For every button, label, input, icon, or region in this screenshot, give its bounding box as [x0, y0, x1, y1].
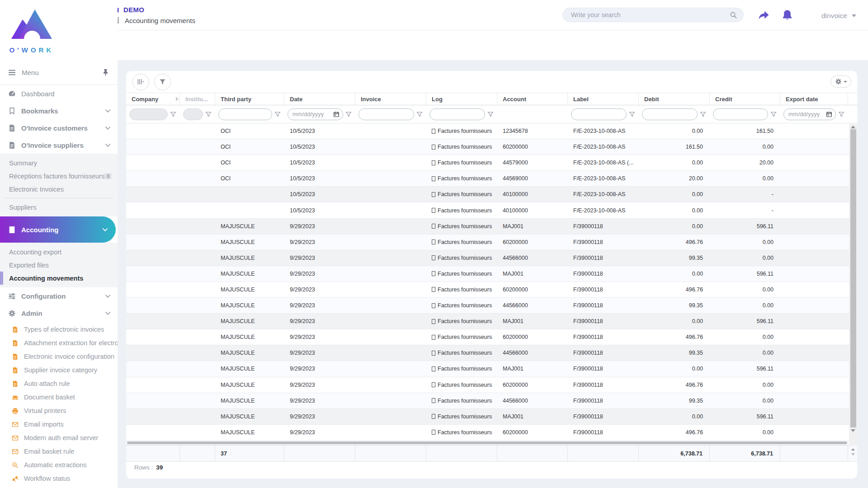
submenu-item-modern-auth-email-server[interactable]: Modern auth email server — [0, 431, 118, 445]
table-row[interactable]: 10/5/2023Factures fournisseurs40100000F/… — [126, 187, 857, 202]
filter-funnel-icon[interactable] — [770, 111, 777, 117]
column-header-invoice[interactable]: Invoice — [355, 93, 426, 105]
column-header-export-date[interactable]: Export date — [780, 93, 848, 105]
submenu-item-auto-attach-rule[interactable]: Auto attach rule — [0, 377, 118, 390]
column-header-company[interactable]: Company — [126, 93, 180, 105]
filter-funnel-icon[interactable] — [700, 111, 706, 117]
table-row[interactable]: OCI10/5/2023Factures fournisseurs6020000… — [126, 139, 857, 155]
user-menu[interactable]: dinvoice — [821, 12, 856, 20]
columns-button[interactable] — [132, 74, 149, 90]
submenu-item-types-of-electronic-invoices[interactable]: Types of electronic invoices — [0, 323, 118, 336]
scroll-down-arrow-icon[interactable] — [851, 453, 855, 455]
table-row[interactable]: MAJUSCULE9/29/2023Factures fournisseursM… — [126, 314, 857, 329]
table-row[interactable]: MAJUSCULE9/29/2023Factures fournisseursM… — [126, 266, 857, 282]
table-row[interactable]: MAJUSCULE9/29/2023Factures fournisseursM… — [126, 219, 857, 235]
filter-input-credit[interactable] — [713, 108, 768, 120]
calendar-icon[interactable] — [333, 111, 340, 117]
submenu-item-automatic-extractions[interactable]: Automatic extractions — [0, 458, 118, 472]
column-header-institution[interactable]: Institu... — [180, 93, 215, 105]
cell-date: 10/5/2023 — [284, 139, 355, 155]
submenu-item-attachment-extraction-for-electroni[interactable]: Attachment extraction for electroni — [0, 336, 118, 350]
sidebar-item-accounting[interactable]: Accounting — [0, 216, 116, 243]
hamburger-icon[interactable] — [8, 69, 16, 76]
table-row[interactable]: MAJUSCULE9/29/2023Factures fournisseursM… — [126, 361, 857, 377]
column-header-credit[interactable]: Credit — [710, 93, 780, 105]
filter-funnel-icon[interactable] — [629, 111, 635, 117]
column-header-account[interactable]: Account — [497, 93, 568, 105]
column-header-label[interactable]: Label — [568, 93, 639, 105]
filter-funnel-icon[interactable] — [274, 111, 281, 117]
grid-settings-button[interactable] — [830, 75, 851, 88]
filter-funnel-icon[interactable] — [170, 111, 176, 117]
bookmark-icon — [8, 107, 16, 115]
submenu-item-r-ceptions-factures-fournisseurs[interactable]: Réceptions factures fournisseurs0 — [0, 169, 118, 183]
filter-input-invoice[interactable] — [359, 108, 414, 120]
table-row[interactable]: 10/5/2023Factures fournisseurs40100000F/… — [126, 202, 857, 218]
table-row[interactable]: MAJUSCULE9/29/2023Factures fournisseurs4… — [126, 393, 857, 409]
filter-funnel-icon[interactable] — [345, 111, 352, 117]
chevron-right-icon[interactable] — [176, 97, 179, 101]
sidebar-item-bookmarks[interactable]: Bookmarks — [0, 102, 118, 119]
submenu-item-email-basket-rule[interactable]: Email basket rule — [0, 445, 118, 458]
horizontal-scrollbar[interactable] — [126, 441, 857, 445]
calendar-icon[interactable] — [826, 111, 832, 117]
cell-export-date — [780, 187, 848, 202]
filter-funnel-icon[interactable] — [205, 111, 212, 117]
submenu-item-email-imports[interactable]: Email imports — [0, 418, 118, 431]
table-row[interactable]: MAJUSCULE9/29/2023Factures fournisseurs6… — [126, 282, 857, 298]
horizontal-scrollbar-thumb[interactable] — [127, 441, 847, 444]
scroll-down-arrow-icon[interactable] — [851, 429, 855, 432]
search-icon[interactable] — [730, 11, 737, 19]
submenu-item-electronic-invoices[interactable]: Electronic Invoices — [0, 183, 118, 196]
search-input[interactable] — [563, 11, 730, 19]
table-row[interactable]: MAJUSCULE9/29/2023Factures fournisseurs6… — [126, 329, 857, 345]
sidebar-item-dashboard[interactable]: Dashboard — [0, 85, 118, 102]
sidebar-item-configuration[interactable]: Configuration — [0, 287, 118, 305]
filter-input-label[interactable] — [571, 108, 627, 120]
submenu-item-suppliers[interactable]: Suppliers — [0, 201, 118, 214]
vertical-scrollbar-thumb[interactable] — [850, 129, 856, 427]
table-row[interactable]: MAJUSCULE9/29/2023Factures fournisseurs4… — [126, 298, 857, 314]
column-header-third-party[interactable]: Third party — [215, 93, 284, 105]
filter-funnel-icon[interactable] — [487, 111, 494, 117]
submenu-item-accounting-export[interactable]: Accounting export — [0, 245, 118, 258]
sidebar-item-o-invoice-customers[interactable]: O'Invoice customers — [0, 119, 118, 136]
table-row[interactable]: MAJUSCULE9/29/2023Factures fournisseursM… — [126, 409, 857, 425]
sidebar-item-o-invoice-suppliers[interactable]: O'Invoice suppliers — [0, 136, 118, 154]
table-row[interactable]: OCI10/5/2023Factures fournisseurs4457900… — [126, 155, 857, 171]
submenu-item-workflow-status[interactable]: Workflow status — [0, 472, 118, 485]
cell-date: 9/29/2023 — [284, 393, 355, 408]
pin-icon[interactable] — [102, 69, 109, 76]
submenu-item-accounting-movements[interactable]: Accounting movements — [0, 272, 118, 285]
filter-date-input-date[interactable]: mm/dd/yyyy — [288, 108, 343, 120]
filter-input-debit[interactable] — [642, 108, 698, 120]
table-row[interactable]: MAJUSCULE9/29/2023Factures fournisseurs6… — [126, 377, 857, 393]
column-header-date[interactable]: Date — [284, 93, 355, 105]
share-icon[interactable] — [757, 9, 769, 21]
submenu-item-exported-files[interactable]: Exported files — [0, 258, 118, 272]
filter-input-third-party[interactable] — [218, 108, 272, 120]
submenu-item-electronic-invoice-configuration[interactable]: Electronic invoice configuration — [0, 350, 118, 363]
filter-input-log[interactable] — [429, 108, 485, 120]
filter-funnel-icon[interactable] — [416, 111, 423, 117]
submenu-item-supplier-invoice-category[interactable]: Supplier invoice category — [0, 363, 118, 377]
filter-button[interactable] — [154, 74, 171, 90]
column-header-debit[interactable]: Debit — [639, 93, 710, 105]
scroll-up-arrow-icon[interactable] — [851, 448, 855, 450]
sidebar-item-admin[interactable]: Admin — [0, 305, 118, 322]
column-header-log[interactable]: Log — [426, 93, 497, 105]
submenu-item-document-basket[interactable]: Document basket — [0, 390, 118, 404]
scroll-up-arrow-icon[interactable] — [851, 126, 855, 128]
table-row[interactable]: MAJUSCULE9/29/2023Factures fournisseurs4… — [126, 345, 857, 361]
filter-funnel-icon[interactable] — [838, 111, 844, 117]
submenu-item-summary[interactable]: Summary — [0, 156, 118, 169]
table-row[interactable]: MAJUSCULE9/29/2023Factures fournisseurs6… — [126, 425, 857, 441]
table-row[interactable]: MAJUSCULE9/29/2023Factures fournisseurs6… — [126, 235, 857, 250]
filter-date-input-export-date[interactable]: mm/dd/yyyy — [783, 108, 836, 120]
table-row[interactable]: OCI10/5/2023Factures fournisseurs4456900… — [126, 171, 857, 187]
notifications-bell-icon[interactable] — [781, 9, 793, 21]
submenu-item-virtual-printers[interactable]: Virtual printers — [0, 404, 118, 418]
table-row[interactable]: OCI10/5/2023Factures fournisseurs1234567… — [126, 123, 857, 139]
vertical-scrollbar[interactable] — [849, 124, 857, 446]
table-row[interactable]: MAJUSCULE9/29/2023Factures fournisseurs4… — [126, 250, 857, 266]
